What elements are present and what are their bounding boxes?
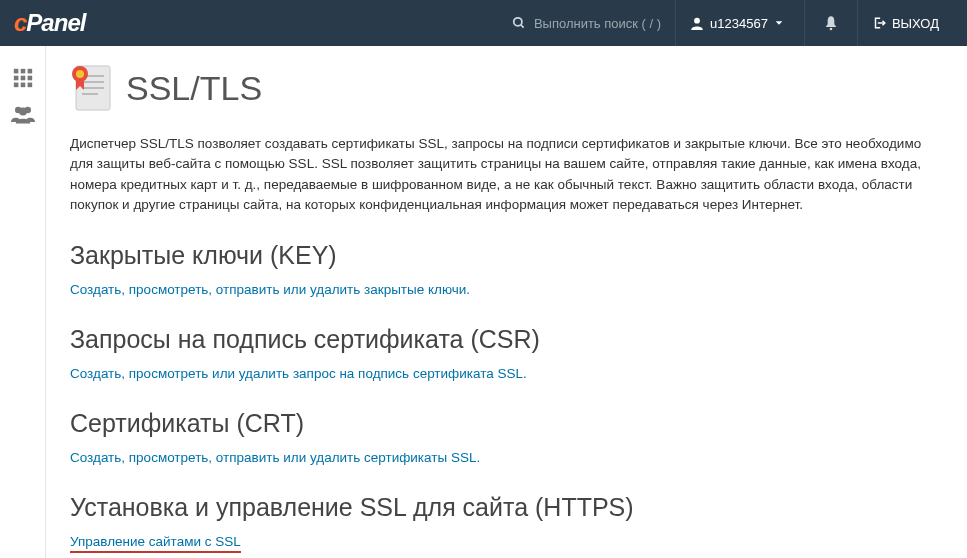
users-icon: [11, 104, 35, 124]
svg-rect-5: [21, 69, 26, 74]
section-link[interactable]: Создать, просмотреть или удалить запрос …: [70, 366, 527, 381]
left-sidebar: [0, 46, 46, 558]
main-content: SSL/TLS Диспетчер SSL/TLS позволяет созд…: [46, 46, 967, 558]
svg-rect-6: [28, 69, 33, 74]
svg-rect-12: [28, 83, 33, 88]
logo-rest: Panel: [26, 9, 85, 36]
svg-line-1: [521, 25, 524, 28]
chevron-down-icon: [774, 18, 784, 28]
logout-icon: [872, 16, 886, 30]
logout-button[interactable]: ВЫХОД: [857, 0, 953, 46]
svg-point-15: [19, 108, 27, 116]
section-heading: Установка и управление SSL для сайта (HT…: [70, 493, 943, 522]
svg-rect-10: [14, 83, 19, 88]
sidebar-apps-button[interactable]: [0, 60, 46, 96]
logout-label: ВЫХОД: [892, 16, 939, 31]
logo[interactable]: cPanel: [14, 9, 85, 37]
svg-point-3: [830, 28, 833, 31]
section-heading: Запросы на подпись сертификата (CSR): [70, 325, 943, 354]
svg-rect-11: [21, 83, 26, 88]
logo-letter-c: c: [14, 9, 26, 36]
sections-container: Закрытые ключи (KEY)Создать, просмотреть…: [70, 241, 943, 558]
search-area[interactable]: Выполнить поиск ( / ): [498, 16, 675, 31]
section-heading: Закрытые ключи (KEY): [70, 241, 943, 270]
page-title-row: SSL/TLS: [70, 64, 943, 112]
user-menu[interactable]: u1234567: [675, 0, 804, 46]
search-placeholder: Выполнить поиск ( / ): [534, 16, 661, 31]
svg-rect-7: [14, 76, 19, 81]
top-header: cPanel Выполнить поиск ( / ) u1234567 ВЫ…: [0, 0, 967, 46]
user-icon: [690, 16, 704, 30]
svg-rect-8: [21, 76, 26, 81]
svg-rect-4: [14, 69, 19, 74]
svg-point-2: [694, 18, 700, 24]
page-title: SSL/TLS: [126, 69, 262, 108]
section-link[interactable]: Создать, просмотреть, отправить или удал…: [70, 282, 470, 297]
username: u1234567: [710, 16, 768, 31]
bell-icon: [823, 15, 839, 31]
grid-icon: [12, 67, 34, 89]
section-heading: Сертификаты (CRT): [70, 409, 943, 438]
sidebar-users-button[interactable]: [0, 96, 46, 132]
svg-rect-9: [28, 76, 33, 81]
svg-point-0: [514, 18, 522, 26]
intro-text: Диспетчер SSL/TLS позволяет создавать се…: [70, 134, 943, 215]
section-link[interactable]: Создать, просмотреть, отправить или удал…: [70, 450, 480, 465]
section-link[interactable]: Управление сайтами с SSL: [70, 534, 241, 553]
search-icon: [512, 16, 526, 30]
notifications-button[interactable]: [804, 0, 857, 46]
certificate-icon: [70, 64, 112, 112]
svg-point-22: [76, 70, 84, 78]
